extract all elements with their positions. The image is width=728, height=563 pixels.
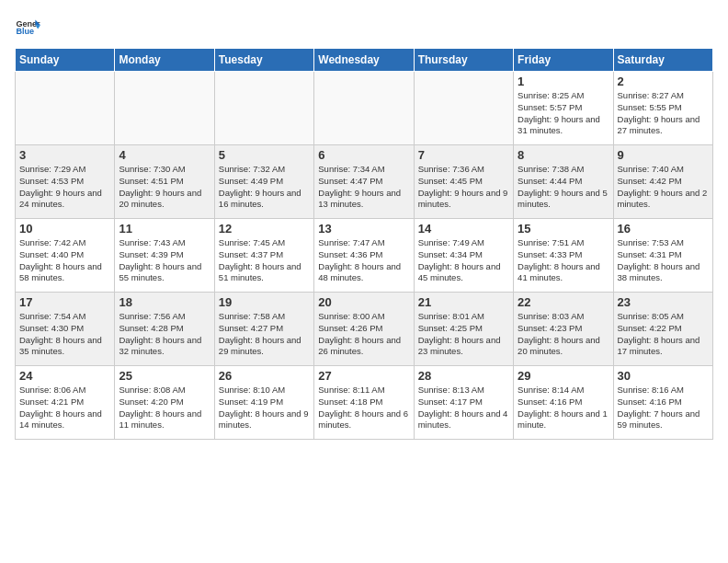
day-number: 15 <box>518 222 609 236</box>
day-number: 19 <box>219 295 310 309</box>
day-header-sunday: Sunday <box>16 49 115 72</box>
cell-content: Sunrise: 7:36 AM Sunset: 4:45 PM Dayligh… <box>418 164 509 211</box>
calendar-cell: 25Sunrise: 8:08 AM Sunset: 4:20 PM Dayli… <box>115 366 214 440</box>
cell-content: Sunrise: 8:01 AM Sunset: 4:25 PM Dayligh… <box>418 311 509 358</box>
calendar-table: SundayMondayTuesdayWednesdayThursdayFrid… <box>15 48 713 440</box>
calendar-cell <box>214 72 313 145</box>
cell-content: Sunrise: 8:25 AM Sunset: 5:57 PM Dayligh… <box>518 90 609 137</box>
day-number: 2 <box>618 75 709 88</box>
day-number: 13 <box>318 222 409 236</box>
cell-content: Sunrise: 7:47 AM Sunset: 4:36 PM Dayligh… <box>318 237 409 284</box>
calendar-cell: 13Sunrise: 7:47 AM Sunset: 4:36 PM Dayli… <box>314 219 414 293</box>
calendar-cell: 1Sunrise: 8:25 AM Sunset: 5:57 PM Daylig… <box>514 72 613 145</box>
calendar-cell <box>314 72 414 145</box>
calendar-cell: 2Sunrise: 8:27 AM Sunset: 5:55 PM Daylig… <box>613 72 712 145</box>
calendar-cell: 23Sunrise: 8:05 AM Sunset: 4:22 PM Dayli… <box>613 293 712 366</box>
cell-content: Sunrise: 7:34 AM Sunset: 4:47 PM Dayligh… <box>318 164 409 211</box>
day-number: 27 <box>318 369 409 383</box>
calendar-cell: 15Sunrise: 7:51 AM Sunset: 4:33 PM Dayli… <box>514 219 613 293</box>
day-number: 4 <box>119 148 210 162</box>
calendar-cell: 5Sunrise: 7:32 AM Sunset: 4:49 PM Daylig… <box>214 145 313 219</box>
calendar-cell: 29Sunrise: 8:14 AM Sunset: 4:16 PM Dayli… <box>514 366 613 440</box>
calendar-cell: 18Sunrise: 7:56 AM Sunset: 4:28 PM Dayli… <box>115 293 214 366</box>
cell-content: Sunrise: 7:53 AM Sunset: 4:31 PM Dayligh… <box>618 237 709 284</box>
day-number: 22 <box>518 295 609 309</box>
cell-content: Sunrise: 8:05 AM Sunset: 4:22 PM Dayligh… <box>618 311 709 358</box>
day-number: 5 <box>219 148 310 162</box>
cell-content: Sunrise: 7:45 AM Sunset: 4:37 PM Dayligh… <box>219 237 310 284</box>
calendar-cell: 26Sunrise: 8:10 AM Sunset: 4:19 PM Dayli… <box>214 366 313 440</box>
calendar-week-row: 17Sunrise: 7:54 AM Sunset: 4:30 PM Dayli… <box>16 293 713 366</box>
logo-icon: General Blue <box>15 15 40 40</box>
cell-content: Sunrise: 8:27 AM Sunset: 5:55 PM Dayligh… <box>618 90 709 137</box>
calendar-cell: 8Sunrise: 7:38 AM Sunset: 4:44 PM Daylig… <box>514 145 613 219</box>
calendar-header-row: SundayMondayTuesdayWednesdayThursdayFrid… <box>16 49 713 72</box>
cell-content: Sunrise: 7:56 AM Sunset: 4:28 PM Dayligh… <box>119 311 210 358</box>
calendar-week-row: 1Sunrise: 8:25 AM Sunset: 5:57 PM Daylig… <box>16 72 713 145</box>
day-number: 7 <box>418 148 509 162</box>
day-number: 17 <box>19 295 110 309</box>
calendar-cell: 17Sunrise: 7:54 AM Sunset: 4:30 PM Dayli… <box>16 293 115 366</box>
cell-content: Sunrise: 8:10 AM Sunset: 4:19 PM Dayligh… <box>219 385 310 431</box>
cell-content: Sunrise: 7:54 AM Sunset: 4:30 PM Dayligh… <box>19 311 110 358</box>
cell-content: Sunrise: 7:40 AM Sunset: 4:42 PM Dayligh… <box>618 164 709 211</box>
day-number: 21 <box>418 295 509 309</box>
calendar-cell: 19Sunrise: 7:58 AM Sunset: 4:27 PM Dayli… <box>214 293 313 366</box>
calendar-cell <box>16 72 115 145</box>
calendar-week-row: 10Sunrise: 7:42 AM Sunset: 4:40 PM Dayli… <box>16 219 713 293</box>
calendar-week-row: 3Sunrise: 7:29 AM Sunset: 4:53 PM Daylig… <box>16 145 713 219</box>
cell-content: Sunrise: 7:42 AM Sunset: 4:40 PM Dayligh… <box>19 237 110 284</box>
calendar-cell <box>115 72 214 145</box>
cell-content: Sunrise: 8:14 AM Sunset: 4:16 PM Dayligh… <box>518 385 609 431</box>
cell-content: Sunrise: 8:06 AM Sunset: 4:21 PM Dayligh… <box>19 385 110 431</box>
day-number: 11 <box>119 222 210 236</box>
calendar-cell: 28Sunrise: 8:13 AM Sunset: 4:17 PM Dayli… <box>414 366 513 440</box>
calendar-cell: 16Sunrise: 7:53 AM Sunset: 4:31 PM Dayli… <box>613 219 712 293</box>
calendar-cell: 21Sunrise: 8:01 AM Sunset: 4:25 PM Dayli… <box>414 293 513 366</box>
cell-content: Sunrise: 8:00 AM Sunset: 4:26 PM Dayligh… <box>318 311 409 358</box>
day-number: 18 <box>119 295 210 309</box>
header: General Blue <box>15 15 713 40</box>
day-header-friday: Friday <box>514 49 613 72</box>
day-number: 9 <box>618 148 709 162</box>
calendar-cell: 6Sunrise: 7:34 AM Sunset: 4:47 PM Daylig… <box>314 145 414 219</box>
day-number: 1 <box>518 75 609 88</box>
calendar-cell: 4Sunrise: 7:30 AM Sunset: 4:51 PM Daylig… <box>115 145 214 219</box>
svg-text:Blue: Blue <box>16 27 34 36</box>
calendar-cell: 27Sunrise: 8:11 AM Sunset: 4:18 PM Dayli… <box>314 366 414 440</box>
cell-content: Sunrise: 7:30 AM Sunset: 4:51 PM Dayligh… <box>119 164 210 211</box>
day-header-wednesday: Wednesday <box>314 49 414 72</box>
calendar-week-row: 24Sunrise: 8:06 AM Sunset: 4:21 PM Dayli… <box>16 366 713 440</box>
day-number: 28 <box>418 369 509 383</box>
cell-content: Sunrise: 7:43 AM Sunset: 4:39 PM Dayligh… <box>119 237 210 284</box>
cell-content: Sunrise: 8:03 AM Sunset: 4:23 PM Dayligh… <box>518 311 609 358</box>
day-number: 8 <box>518 148 609 162</box>
day-number: 20 <box>318 295 409 309</box>
day-header-thursday: Thursday <box>414 49 513 72</box>
cell-content: Sunrise: 7:29 AM Sunset: 4:53 PM Dayligh… <box>19 164 110 211</box>
day-number: 30 <box>618 369 709 383</box>
day-number: 12 <box>219 222 310 236</box>
cell-content: Sunrise: 7:32 AM Sunset: 4:49 PM Dayligh… <box>219 164 310 211</box>
day-number: 23 <box>618 295 709 309</box>
day-number: 16 <box>618 222 709 236</box>
day-number: 6 <box>318 148 409 162</box>
calendar-cell: 10Sunrise: 7:42 AM Sunset: 4:40 PM Dayli… <box>16 219 115 293</box>
calendar-cell: 24Sunrise: 8:06 AM Sunset: 4:21 PM Dayli… <box>16 366 115 440</box>
day-number: 10 <box>19 222 110 236</box>
cell-content: Sunrise: 8:13 AM Sunset: 4:17 PM Dayligh… <box>418 385 509 431</box>
calendar-cell: 22Sunrise: 8:03 AM Sunset: 4:23 PM Dayli… <box>514 293 613 366</box>
day-number: 14 <box>418 222 509 236</box>
calendar-cell: 12Sunrise: 7:45 AM Sunset: 4:37 PM Dayli… <box>214 219 313 293</box>
day-number: 29 <box>518 369 609 383</box>
cell-content: Sunrise: 7:58 AM Sunset: 4:27 PM Dayligh… <box>219 311 310 358</box>
cell-content: Sunrise: 8:11 AM Sunset: 4:18 PM Dayligh… <box>318 385 409 431</box>
calendar-cell: 3Sunrise: 7:29 AM Sunset: 4:53 PM Daylig… <box>16 145 115 219</box>
day-number: 3 <box>19 148 110 162</box>
cell-content: Sunrise: 8:08 AM Sunset: 4:20 PM Dayligh… <box>119 385 210 431</box>
day-header-saturday: Saturday <box>613 49 712 72</box>
day-number: 24 <box>19 369 110 383</box>
calendar-cell: 30Sunrise: 8:16 AM Sunset: 4:16 PM Dayli… <box>613 366 712 440</box>
day-header-monday: Monday <box>115 49 214 72</box>
calendar-cell: 9Sunrise: 7:40 AM Sunset: 4:42 PM Daylig… <box>613 145 712 219</box>
